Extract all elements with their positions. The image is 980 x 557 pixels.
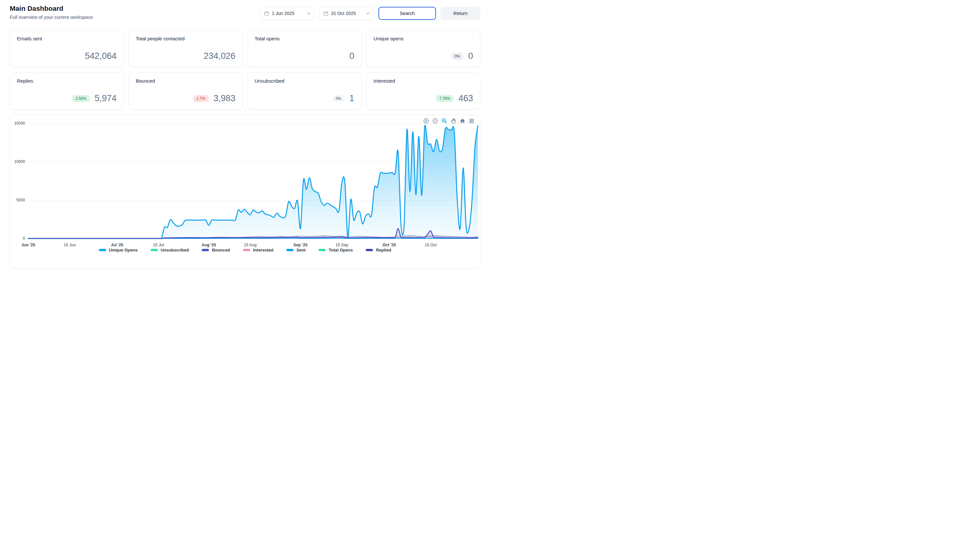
calendar-icon bbox=[323, 11, 328, 16]
stat-card-value-row: 0 bbox=[255, 51, 354, 61]
chart-holder: 050001000015000Jun '2515 JunJul '2515 Ju… bbox=[10, 115, 480, 249]
legend-swatch bbox=[366, 249, 373, 251]
stat-card-emails-sent: Emails sent542,064 bbox=[10, 30, 124, 67]
stat-card-total-people-contacted: Total people contacted234,026 bbox=[129, 30, 243, 67]
stat-card-label: Bounced bbox=[136, 78, 235, 84]
menu-icon[interactable] bbox=[469, 118, 475, 124]
stat-value: 463 bbox=[458, 93, 473, 103]
x-axis-tick-label: Jun '25 bbox=[21, 243, 36, 247]
stat-card-value-row: 542,064 bbox=[17, 51, 117, 61]
stat-card-value-row: 0%1 bbox=[255, 93, 354, 103]
legend-swatch bbox=[243, 249, 250, 251]
x-axis-tick-label: Sep '25 bbox=[293, 243, 308, 247]
date-from-value: 1 Jun 2025 bbox=[272, 11, 304, 16]
y-axis-tick-label: 10000 bbox=[14, 160, 25, 164]
legend-swatch bbox=[202, 249, 209, 251]
x-axis-tick-label: 15 Jun bbox=[64, 243, 76, 247]
legend-item-interested[interactable]: Interested bbox=[243, 248, 273, 252]
stat-card-unique-opens: Unique opens0%0 bbox=[366, 30, 480, 67]
legend-label: Replied bbox=[376, 248, 391, 252]
return-button[interactable]: Return bbox=[441, 7, 480, 20]
x-axis-tick-label: 15 Aug bbox=[244, 243, 256, 247]
stat-card-label: Unsubscribed bbox=[255, 78, 354, 84]
legend-swatch bbox=[319, 249, 326, 251]
legend-label: Sent bbox=[296, 248, 306, 252]
legend-item-replied[interactable]: Replied bbox=[366, 248, 391, 252]
y-axis-tick-label: 5000 bbox=[16, 198, 25, 202]
chevron-down-icon bbox=[366, 12, 370, 15]
stat-value: 5,974 bbox=[95, 93, 117, 103]
chart-legend: Unique OpensUnsubscribedBouncedIntereste… bbox=[10, 248, 480, 252]
stat-card-label: Replies bbox=[17, 78, 117, 84]
stat-value: 3,983 bbox=[213, 93, 236, 103]
legend-item-total-opens[interactable]: Total Opens bbox=[319, 248, 353, 252]
selection-zoom-icon[interactable] bbox=[441, 118, 448, 124]
stat-card-label: Unique opens bbox=[373, 36, 473, 41]
page-header: Main Dashboard Full overview of your cur… bbox=[10, 0, 480, 30]
y-axis-tick-label: 15000 bbox=[14, 121, 25, 125]
stat-badge: 0% bbox=[332, 95, 344, 102]
legend-item-unique-opens[interactable]: Unique Opens bbox=[99, 248, 138, 252]
x-axis-tick-label: Jul '25 bbox=[111, 243, 123, 247]
date-to-picker[interactable]: 31 Oct 2025 bbox=[319, 7, 374, 20]
x-axis-tick-label: Oct '25 bbox=[383, 243, 396, 247]
zoom-out-icon[interactable] bbox=[432, 118, 438, 124]
legend-item-unsubscribed[interactable]: Unsubscribed bbox=[151, 248, 189, 252]
legend-swatch bbox=[287, 249, 293, 251]
legend-label: Bounced bbox=[212, 248, 230, 252]
stat-value: 0 bbox=[350, 51, 354, 61]
stat-value: 0 bbox=[468, 51, 473, 61]
header-controls: 1 Jun 2025 31 Oct 2025 Search Return bbox=[260, 7, 480, 20]
stat-card-label: Interested bbox=[373, 78, 473, 84]
stat-card-value-row: 1.7%3,983 bbox=[136, 93, 235, 103]
calendar-icon bbox=[264, 11, 269, 16]
stat-card-replies: Replies2.55%5,974 bbox=[10, 72, 124, 110]
x-axis-tick-label: 15 Jul bbox=[153, 243, 164, 247]
stat-card-interested: Interested7.75%463 bbox=[366, 72, 480, 110]
stat-cards-grid: Emails sent542,064Total people contacted… bbox=[10, 30, 480, 110]
chart-card: 050001000015000Jun '2515 JunJul '2515 Ju… bbox=[10, 114, 480, 269]
home-icon[interactable] bbox=[459, 118, 466, 124]
stat-value: 1 bbox=[350, 93, 354, 103]
stat-badge: 2.55% bbox=[72, 95, 90, 102]
campaign-activity-chart[interactable]: 050001000015000Jun '2515 JunJul '2515 Ju… bbox=[10, 115, 480, 248]
stat-badge: 0% bbox=[451, 53, 463, 60]
x-axis-tick-label: 15 Sep bbox=[335, 243, 348, 247]
stat-card-value-row: 2.55%5,974 bbox=[17, 93, 117, 103]
stat-badge: 7.75% bbox=[436, 95, 454, 102]
x-axis-tick-label: 15 Oct bbox=[425, 243, 437, 247]
pan-icon[interactable] bbox=[450, 118, 456, 124]
stat-card-label: Emails sent bbox=[17, 36, 117, 41]
dashboard-page: Main Dashboard Full overview of your cur… bbox=[0, 0, 490, 269]
stat-card-bounced: Bounced1.7%3,983 bbox=[129, 72, 243, 110]
date-from-picker[interactable]: 1 Jun 2025 bbox=[260, 7, 315, 20]
stat-card-label: Total people contacted bbox=[136, 36, 235, 41]
zoom-in-icon[interactable] bbox=[423, 118, 429, 124]
stat-card-value-row: 234,026 bbox=[136, 51, 235, 61]
legend-label: Unsubscribed bbox=[161, 248, 189, 252]
legend-item-sent[interactable]: Sent bbox=[287, 248, 306, 252]
chart-toolbar bbox=[423, 118, 475, 124]
legend-label: Interested bbox=[253, 248, 273, 252]
stat-card-value-row: 7.75%463 bbox=[373, 93, 473, 103]
x-axis-tick-label: Aug '25 bbox=[202, 243, 216, 247]
stat-value: 234,026 bbox=[203, 51, 236, 61]
stat-card-label: Total opens bbox=[255, 36, 354, 41]
legend-item-bounced[interactable]: Bounced bbox=[202, 248, 230, 252]
stat-card-total-opens: Total opens0 bbox=[247, 30, 361, 67]
stat-card-value-row: 0%0 bbox=[373, 51, 473, 61]
legend-label: Unique Opens bbox=[109, 248, 138, 252]
legend-swatch bbox=[151, 249, 158, 251]
stat-value: 542,064 bbox=[85, 51, 117, 61]
stat-badge: 1.7% bbox=[193, 95, 208, 102]
search-button[interactable]: Search bbox=[378, 7, 436, 20]
legend-label: Total Opens bbox=[329, 248, 353, 252]
y-axis-tick-label: 0 bbox=[23, 236, 25, 241]
date-to-value: 31 Oct 2025 bbox=[331, 11, 363, 16]
legend-swatch bbox=[99, 249, 106, 251]
stat-card-unsubscribed: Unsubscribed0%1 bbox=[247, 72, 361, 110]
chevron-down-icon bbox=[307, 12, 310, 15]
